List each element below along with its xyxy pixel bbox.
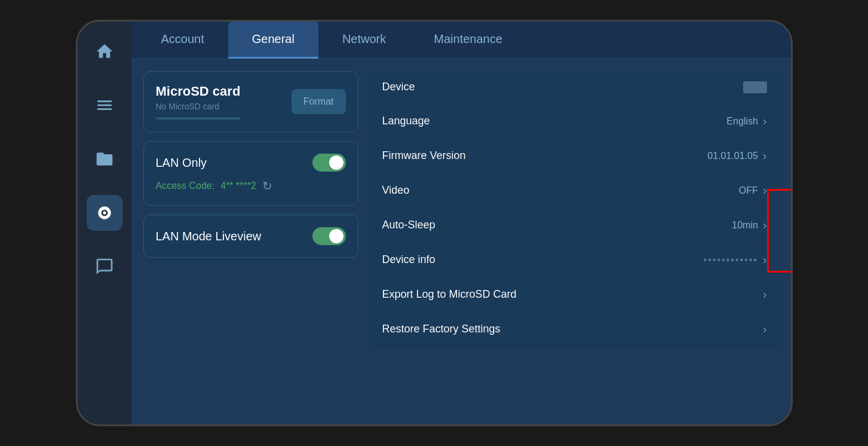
format-button[interactable]: Format — [292, 89, 346, 114]
lan-only-panel: LAN Only Access Code: 4** ****2 ↻ — [143, 141, 358, 206]
device-label: Device — [382, 81, 415, 93]
device-info-label: Device info — [382, 253, 435, 266]
device-frame: Account General Network Maintenance Micr… — [76, 20, 793, 426]
tab-network[interactable]: Network — [318, 22, 410, 59]
microsd-card-panel: MicroSD card No MicroSD card Format — [143, 71, 358, 132]
microsd-status: No MicroSD card — [156, 102, 241, 111]
sidebar-item-home[interactable] — [87, 33, 122, 69]
tab-maintenance[interactable]: Maintenance — [410, 22, 526, 59]
svg-rect-1 — [98, 105, 111, 106]
export-log-label: Export Log to MicroSD Card — [382, 288, 517, 301]
microsd-progress-bar — [156, 117, 241, 120]
firmware-value: 01.01.01.05 › — [707, 149, 766, 163]
language-label: Language — [382, 115, 430, 127]
device-icon — [743, 81, 767, 93]
tabs-bar: Account General Network Maintenance — [131, 22, 791, 59]
settings-row-video[interactable]: Video OFF › — [370, 174, 779, 207]
sidebar-item-messages[interactable] — [87, 249, 122, 285]
auto-sleep-text: 10min — [732, 220, 758, 231]
auto-sleep-value: 10min › — [732, 218, 766, 232]
language-value: English › — [726, 114, 766, 128]
sidebar-item-settings[interactable] — [87, 87, 122, 123]
content-area: MicroSD card No MicroSD card Format LAN … — [131, 59, 791, 424]
sidebar-item-camera[interactable] — [87, 195, 122, 231]
video-text: OFF — [739, 185, 758, 196]
language-text: English — [726, 116, 757, 127]
tab-account[interactable]: Account — [137, 22, 228, 59]
settings-row-device-info[interactable]: Device info •••••••••••• › — [370, 243, 779, 277]
settings-row-language[interactable]: Language English › — [370, 105, 779, 138]
svg-rect-0 — [98, 100, 111, 102]
access-code-prefix: Access Code: — [156, 181, 215, 191]
settings-row-factory-reset[interactable]: Restore Factory Settings › — [370, 313, 779, 346]
export-log-value: › — [763, 288, 767, 301]
factory-reset-chevron: › — [763, 322, 767, 336]
language-chevron: › — [763, 114, 767, 128]
factory-reset-label: Restore Factory Settings — [382, 323, 501, 335]
device-info-chevron: › — [763, 253, 767, 267]
device-info-text: •••••••••••• — [704, 255, 758, 265]
lan-liveview-label: LAN Mode Liveview — [156, 230, 262, 243]
factory-reset-value: › — [763, 322, 767, 336]
main-content: Account General Network Maintenance Micr… — [131, 22, 791, 424]
firmware-chevron: › — [763, 149, 767, 163]
export-log-chevron: › — [763, 288, 767, 301]
settings-row-auto-sleep[interactable]: Auto-Sleep 10min › — [370, 209, 779, 242]
svg-point-5 — [103, 211, 106, 214]
firmware-label: Firmware Version — [382, 149, 466, 162]
settings-row-device[interactable]: Device — [370, 71, 779, 103]
auto-sleep-chevron: › — [763, 218, 767, 232]
refresh-icon[interactable]: ↻ — [262, 179, 272, 193]
lan-liveview-toggle[interactable] — [312, 227, 346, 245]
left-panel: MicroSD card No MicroSD card Format LAN … — [143, 71, 358, 413]
settings-row-export-log[interactable]: Export Log to MicroSD Card › — [370, 278, 779, 311]
access-code-value: 4** ****2 — [220, 181, 256, 191]
lan-only-label: LAN Only — [156, 156, 207, 170]
access-code-row: Access Code: 4** ****2 ↻ — [156, 179, 346, 193]
device-info-value: •••••••••••• › — [704, 253, 767, 267]
video-chevron: › — [763, 184, 767, 197]
lan-liveview-panel: LAN Mode Liveview — [143, 215, 358, 258]
lan-only-toggle[interactable] — [312, 154, 346, 172]
settings-row-firmware[interactable]: Firmware Version 01.01.01.05 › — [370, 139, 779, 173]
tab-general[interactable]: General — [228, 22, 318, 59]
svg-rect-2 — [98, 108, 106, 110]
device-value — [743, 81, 767, 93]
right-panel: Device Language English › Firmware Versi… — [370, 71, 779, 413]
auto-sleep-label: Auto-Sleep — [382, 219, 435, 231]
video-label: Video — [382, 184, 410, 197]
video-value: OFF › — [739, 184, 767, 197]
sidebar — [78, 22, 131, 424]
firmware-text: 01.01.01.05 — [707, 151, 758, 161]
sidebar-item-folder[interactable] — [87, 141, 122, 177]
microsd-title: MicroSD card — [156, 84, 241, 99]
